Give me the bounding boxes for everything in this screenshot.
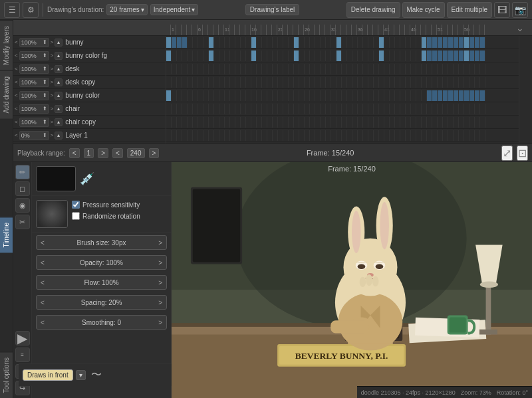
track-cell[interactable]	[321, 117, 326, 128]
track-cell[interactable]	[289, 77, 294, 88]
track-cell[interactable]	[374, 130, 379, 141]
track-cell[interactable]	[182, 117, 188, 128]
track-cell[interactable]	[193, 64, 198, 74]
track-cell[interactable]	[390, 77, 395, 88]
track-cell[interactable]	[315, 90, 321, 101]
track-cell[interactable]	[352, 50, 358, 61]
track-cell[interactable]	[438, 50, 443, 61]
track-cell[interactable]	[294, 50, 299, 61]
track-cell[interactable]	[182, 130, 188, 141]
track-cell[interactable]	[188, 37, 193, 48]
track-cell[interactable]	[241, 117, 246, 128]
track-cell[interactable]	[209, 64, 214, 74]
track-cell[interactable]	[219, 130, 225, 141]
track-cell[interactable]	[310, 90, 315, 101]
track-cell[interactable]	[182, 104, 188, 114]
track-cell[interactable]	[358, 50, 363, 61]
track-cell[interactable]	[416, 50, 422, 61]
layer-prev-arrow[interactable]: <	[15, 52, 18, 58]
track-cell[interactable]	[198, 117, 203, 128]
track-cell[interactable]	[422, 117, 427, 128]
track-cell[interactable]	[438, 64, 443, 74]
track-cell[interactable]	[390, 90, 395, 101]
track-cell[interactable]	[235, 37, 241, 48]
track-cell[interactable]	[326, 50, 331, 61]
track-cell[interactable]	[251, 104, 257, 114]
track-cell[interactable]	[368, 104, 374, 114]
eyedropper-icon[interactable]: 💉	[80, 171, 94, 186]
track-cell[interactable]	[182, 37, 188, 48]
track-cell[interactable]	[400, 50, 406, 61]
track-cell[interactable]	[352, 117, 358, 128]
track-cell[interactable]	[182, 64, 188, 74]
track-cell[interactable]	[443, 50, 448, 61]
color-preview[interactable]	[36, 166, 76, 191]
track-cell[interactable]	[368, 50, 374, 61]
track-cell[interactable]	[305, 130, 310, 141]
playback-start[interactable]: 1	[84, 148, 94, 158]
track-cell[interactable]	[214, 117, 219, 128]
track-cell[interactable]	[235, 64, 241, 74]
track-cell[interactable]	[235, 50, 241, 61]
track-cell[interactable]	[219, 64, 225, 74]
track-cell[interactable]	[427, 90, 432, 101]
track-cell[interactable]	[241, 90, 246, 101]
track-cell[interactable]	[283, 90, 289, 101]
camera-btn[interactable]: 📷	[512, 2, 528, 18]
track-cell[interactable]	[188, 90, 193, 101]
track-cell[interactable]	[166, 77, 172, 88]
track-cell[interactable]	[283, 64, 289, 74]
track-cell[interactable]	[262, 64, 267, 74]
track-cell[interactable]	[321, 104, 326, 114]
track-cell[interactable]	[257, 130, 262, 141]
track-cell[interactable]	[198, 50, 203, 61]
layer-percent[interactable]: 100% ⬆	[19, 38, 49, 47]
track-cell[interactable]	[454, 104, 459, 114]
track-cell[interactable]	[406, 77, 411, 88]
eraser-tool[interactable]: ◻	[15, 181, 30, 196]
track-cell[interactable]	[406, 64, 411, 74]
track-cell[interactable]	[443, 37, 448, 48]
track-cell[interactable]	[438, 104, 443, 114]
layer-row[interactable]: < 100% ⬆ > ▴ chair copy	[13, 116, 166, 129]
track-cell[interactable]	[411, 117, 416, 128]
track-cell[interactable]	[214, 130, 219, 141]
track-cell[interactable]	[432, 90, 438, 101]
track-cell[interactable]	[326, 64, 331, 74]
track-cell[interactable]	[459, 77, 464, 88]
tool-options-tab[interactable]: Tool options	[0, 351, 13, 398]
opacity-left[interactable]: <	[41, 259, 45, 266]
track-cell[interactable]	[251, 77, 257, 88]
track-cell[interactable]	[342, 50, 347, 61]
track-cell[interactable]	[352, 64, 358, 74]
track-cell[interactable]	[432, 50, 438, 61]
track-cell[interactable]	[358, 90, 363, 101]
track-cell[interactable]	[289, 37, 294, 48]
track-cell[interactable]	[230, 64, 235, 74]
track-cell[interactable]	[406, 90, 411, 101]
track-cell[interactable]	[278, 64, 283, 74]
track-cell[interactable]	[241, 104, 246, 114]
track-cell[interactable]	[384, 90, 390, 101]
track-cell[interactable]	[299, 37, 305, 48]
track-cell[interactable]	[406, 104, 411, 114]
track-cell[interactable]	[342, 117, 347, 128]
track-cell[interactable]	[427, 117, 432, 128]
layer-row[interactable]: < 100% ⬆ > ▴ desk copy	[13, 76, 166, 89]
track-cell[interactable]	[321, 50, 326, 61]
track-cell[interactable]	[443, 117, 448, 128]
track-cell[interactable]	[273, 37, 278, 48]
track-cell[interactable]	[219, 104, 225, 114]
track-cell[interactable]	[294, 130, 299, 141]
track-cell[interactable]	[177, 130, 182, 141]
fit-btn[interactable]: ⊡	[517, 146, 528, 161]
playback-next[interactable]: >	[98, 148, 108, 158]
track-cell[interactable]	[336, 130, 342, 141]
fullscreen-btn[interactable]: ⤢	[501, 146, 513, 161]
track-cell[interactable]	[432, 130, 438, 141]
track-cell[interactable]	[172, 64, 177, 74]
track-cell[interactable]	[235, 117, 241, 128]
track-cell[interactable]	[230, 77, 235, 88]
layer-next-arrow[interactable]: >	[51, 66, 54, 72]
track-cell[interactable]	[400, 117, 406, 128]
